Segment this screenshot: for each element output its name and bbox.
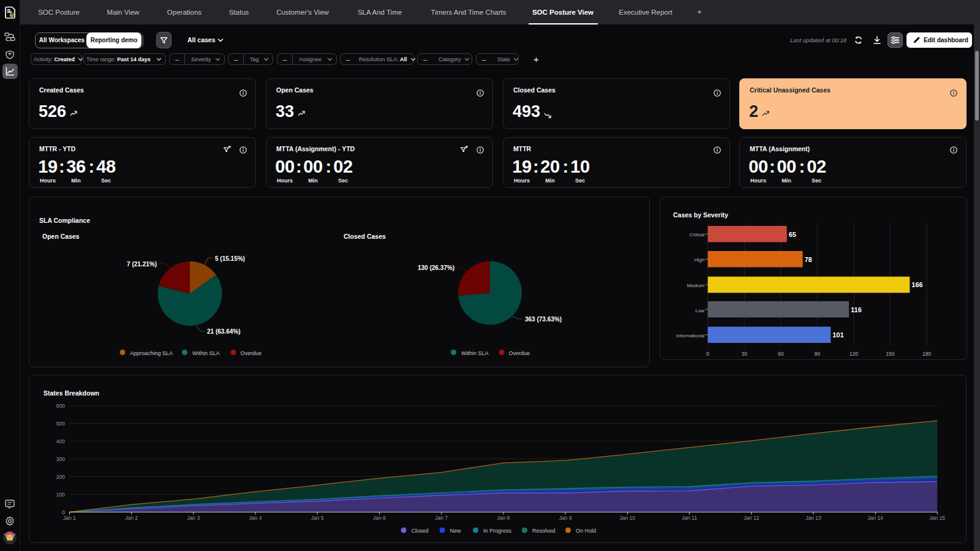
svg-text:Jan 6: Jan 6	[373, 515, 386, 521]
svg-text:Within SLA: Within SLA	[461, 350, 489, 356]
svg-text:100: 100	[56, 492, 65, 498]
svg-text:Jan 10: Jan 10	[620, 515, 636, 521]
svg-text:Jan 13: Jan 13	[805, 515, 821, 521]
svg-text:Within SLA: Within SLA	[192, 350, 220, 356]
svg-text:On Hold: On Hold	[576, 528, 596, 534]
svg-text:Informational: Informational	[676, 333, 704, 339]
svg-text:5 (15.15%): 5 (15.15%)	[215, 255, 245, 262]
svg-text:90: 90	[815, 351, 821, 357]
svg-text:Overdue: Overdue	[241, 350, 262, 356]
svg-text:Jan 8: Jan 8	[497, 515, 510, 521]
svg-text:Jan 11: Jan 11	[682, 515, 697, 521]
svg-text:High: High	[695, 257, 704, 263]
svg-text:30: 30	[741, 351, 747, 357]
svg-text:120: 120	[850, 351, 858, 357]
svg-text:Closed: Closed	[412, 528, 429, 534]
svg-text:Low: Low	[695, 308, 704, 313]
svg-text:130 (26.37%): 130 (26.37%)	[418, 264, 454, 271]
svg-text:Jan 9: Jan 9	[559, 515, 572, 521]
svg-text:101: 101	[832, 331, 843, 339]
svg-text:Critical: Critical	[690, 232, 705, 238]
svg-text:65: 65	[789, 231, 796, 238]
svg-text:In Progress: In Progress	[483, 528, 512, 534]
svg-text:21 (63.64%): 21 (63.64%)	[207, 328, 240, 335]
svg-text:Medium: Medium	[687, 283, 705, 288]
svg-text:600: 600	[56, 403, 65, 409]
svg-text:166: 166	[911, 281, 922, 288]
svg-text:Jan 5: Jan 5	[311, 515, 324, 521]
svg-text:Jan 15: Jan 15	[930, 515, 946, 521]
svg-text:Jan 12: Jan 12	[744, 515, 760, 521]
svg-text:Overdue: Overdue	[509, 350, 530, 356]
svg-text:60: 60	[778, 351, 784, 357]
svg-text:78: 78	[805, 256, 812, 263]
svg-text:Jan 1: Jan 1	[63, 515, 76, 521]
svg-text:363 (73.63%): 363 (73.63%)	[525, 316, 562, 323]
svg-text:180: 180	[922, 351, 931, 357]
svg-text:New: New	[450, 528, 462, 534]
svg-text:150: 150	[886, 351, 894, 357]
svg-text:Jan 7: Jan 7	[435, 515, 448, 521]
svg-text:Approaching SLA: Approaching SLA	[130, 350, 173, 356]
svg-text:500: 500	[56, 421, 65, 427]
svg-text:Jan 3: Jan 3	[187, 515, 200, 521]
svg-text:Jan 14: Jan 14	[867, 515, 883, 521]
svg-text:7 (21.21%): 7 (21.21%)	[127, 261, 157, 268]
svg-text:116: 116	[851, 306, 862, 313]
svg-text:Jan 2: Jan 2	[125, 515, 138, 521]
svg-text:200: 200	[56, 474, 65, 480]
svg-text:400: 400	[56, 438, 65, 444]
svg-text:300: 300	[56, 456, 65, 462]
svg-text:0: 0	[706, 351, 709, 357]
svg-text:Jan 4: Jan 4	[249, 515, 262, 521]
svg-text:Resolved: Resolved	[532, 528, 556, 534]
